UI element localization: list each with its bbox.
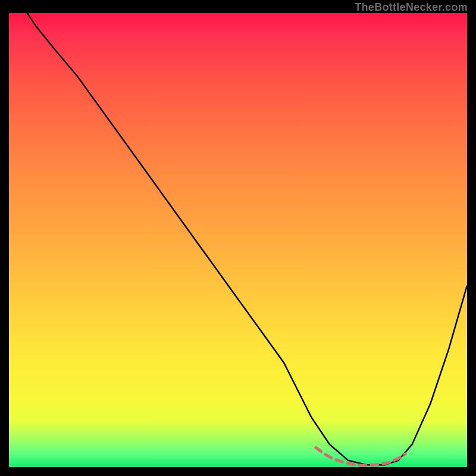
chart-container: TheBottleNecker.com: [0, 0, 476, 476]
watermark-text: TheBottleNecker.com: [355, 1, 468, 14]
plot-gradient-background: [9, 13, 467, 467]
